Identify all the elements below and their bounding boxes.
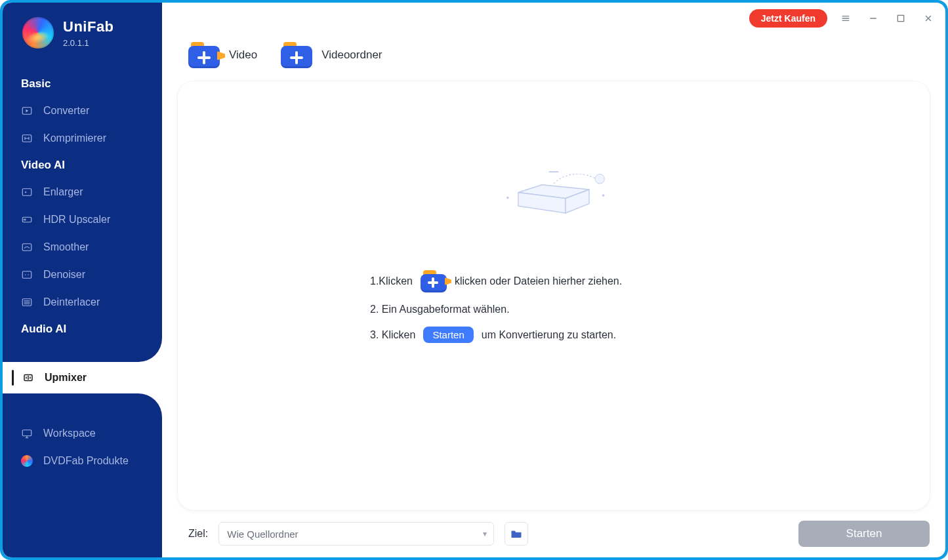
sidebar-item-label: HDR Upscaler (43, 214, 110, 226)
sidebar-item-upmixer[interactable]: Upmixer (3, 363, 162, 392)
svg-rect-5 (22, 271, 31, 279)
sidebar: UniFab 2.0.1.1 Basic Converter Komprimie (3, 3, 162, 557)
titlebar: Jetzt Kaufen (162, 3, 945, 29)
monitor-icon (21, 428, 33, 439)
step-1-text-b: klicken oder Dateien hierher ziehen. (455, 276, 622, 287)
svg-rect-11 (897, 15, 903, 21)
add-folder-label: Videoordner (321, 49, 382, 62)
sidebar-item-smoother[interactable]: Smoother (3, 233, 162, 261)
start-chip: Starten (423, 327, 473, 343)
sidebar-item-label: DVDFab Produkte (43, 455, 129, 467)
instructions: 1.Klicken klicken oder Dateien hierher z… (370, 258, 737, 355)
step-1-text-a: 1.Klicken (370, 276, 413, 287)
add-video-icon (421, 270, 447, 292)
sidebar-section-videoai: Video AI (3, 152, 162, 178)
sidebar-item-label: Workspace (43, 428, 96, 439)
toolbar: Video Videoordner (162, 29, 945, 75)
sidebar-item-dvdfab[interactable]: DVDFab Produkte (3, 447, 162, 475)
sidebar-item-label: Enlarger (43, 186, 83, 198)
sidebar-item-enlarger[interactable]: Enlarger (3, 178, 162, 206)
sidebar-item-label: Komprimierer (43, 132, 106, 144)
step-3-text-a: 3. Klicken (370, 330, 415, 340)
sidebar-item-hdr[interactable]: HDR Upscaler (3, 206, 162, 233)
sidebar-section-basic: Basic (3, 71, 162, 97)
denoise-icon (21, 269, 33, 281)
sidebar-item-converter[interactable]: Converter (3, 97, 162, 125)
svg-point-7 (28, 274, 30, 275)
svg-point-13 (506, 197, 509, 199)
svg-point-12 (595, 174, 604, 184)
deinterlace-icon (21, 296, 33, 308)
minimize-button[interactable] (864, 9, 882, 28)
sidebar-item-deinterlacer[interactable]: Deinterlacer (3, 289, 162, 316)
destination-label: Ziel: (188, 528, 208, 540)
add-folder-icon (281, 42, 312, 68)
browse-folder-button[interactable] (505, 522, 528, 546)
upmixer-icon (22, 372, 34, 384)
compress-icon (21, 132, 33, 144)
sidebar-item-label: Upmixer (45, 372, 87, 384)
step-1: 1.Klicken klicken oder Dateien hierher z… (370, 270, 737, 292)
buy-now-button[interactable]: Jetzt Kaufen (749, 9, 827, 28)
svg-rect-10 (22, 430, 31, 436)
app-logo (22, 17, 54, 49)
sidebar-item-label: Smoother (43, 241, 89, 253)
hdr-icon (21, 214, 33, 226)
brand: UniFab 2.0.1.1 (3, 17, 162, 49)
svg-rect-2 (22, 189, 31, 196)
enlarge-icon (21, 186, 33, 198)
svg-rect-4 (22, 244, 31, 251)
sidebar-item-denoiser[interactable]: Denoiser (3, 261, 162, 289)
add-video-folder-button[interactable]: Videoordner (281, 42, 382, 68)
maximize-button[interactable] (892, 9, 910, 28)
destination-select[interactable]: Wie Quellordner (218, 522, 494, 546)
bottom-bar: Ziel: Wie Quellordner Starten (162, 510, 945, 557)
step-2: 2. Ein Ausgabeformat wählen. (370, 304, 737, 315)
empty-box-illustration (495, 160, 613, 219)
start-button[interactable]: Starten (798, 521, 930, 547)
step-2-text: 2. Ein Ausgabeformat wählen. (370, 304, 510, 315)
sidebar-section-audioai: Audio AI (3, 316, 162, 342)
folder-icon (510, 529, 522, 538)
brand-name: UniFab (63, 18, 114, 35)
play-box-icon (21, 105, 33, 117)
sidebar-item-komprimierer[interactable]: Komprimierer (3, 125, 162, 152)
destination-value: Wie Quellordner (227, 529, 298, 540)
close-button[interactable] (919, 9, 938, 28)
step-3-text-b: um Konvertierung zu starten. (482, 330, 616, 340)
menu-button[interactable] (836, 9, 855, 28)
brand-version: 2.0.1.1 (63, 38, 114, 48)
step-3: 3. Klicken Starten um Konvertierung zu s… (370, 327, 737, 343)
svg-point-6 (25, 274, 26, 275)
sidebar-item-label: Converter (43, 105, 89, 117)
sidebar-item-workspace[interactable]: Workspace (3, 420, 162, 447)
drop-zone[interactable]: 1.Klicken klicken oder Dateien hierher z… (178, 81, 930, 510)
svg-point-14 (602, 194, 605, 197)
add-video-label: Video (229, 49, 257, 62)
sidebar-item-label: Denoiser (43, 269, 85, 281)
dvdfab-icon (21, 455, 33, 467)
add-video-icon (188, 42, 220, 68)
add-video-button[interactable]: Video (188, 42, 257, 68)
sidebar-item-label: Deinterlacer (43, 296, 100, 308)
smooth-icon (21, 241, 33, 253)
